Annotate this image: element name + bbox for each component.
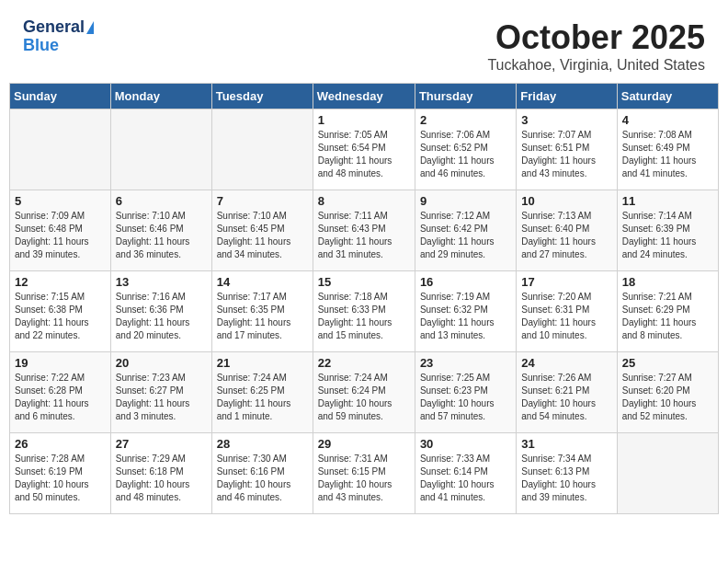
day-info: Sunrise: 7:06 AM Sunset: 6:52 PM Dayligh… bbox=[420, 129, 511, 180]
day-number: 18 bbox=[622, 275, 713, 289]
calendar-day-cell: 7Sunrise: 7:10 AM Sunset: 6:45 PM Daylig… bbox=[211, 190, 313, 271]
day-number: 30 bbox=[420, 437, 511, 451]
calendar-day-cell: 3Sunrise: 7:07 AM Sunset: 6:51 PM Daylig… bbox=[517, 109, 617, 190]
title-block: October 2025 Tuckahoe, Virginia, United … bbox=[487, 18, 705, 74]
calendar-day-cell: 8Sunrise: 7:11 AM Sunset: 6:43 PM Daylig… bbox=[313, 190, 415, 271]
day-number: 16 bbox=[420, 275, 511, 289]
calendar-day-cell bbox=[10, 109, 111, 190]
calendar-day-cell: 4Sunrise: 7:08 AM Sunset: 6:49 PM Daylig… bbox=[617, 109, 718, 190]
calendar-day-cell: 16Sunrise: 7:19 AM Sunset: 6:32 PM Dayli… bbox=[415, 271, 516, 352]
day-number: 25 bbox=[622, 356, 713, 370]
day-number: 6 bbox=[116, 194, 207, 208]
day-info: Sunrise: 7:13 AM Sunset: 6:40 PM Dayligh… bbox=[521, 210, 611, 261]
calendar-day-cell: 18Sunrise: 7:21 AM Sunset: 6:29 PM Dayli… bbox=[617, 271, 718, 352]
calendar-day-cell: 21Sunrise: 7:24 AM Sunset: 6:25 PM Dayli… bbox=[211, 352, 313, 433]
day-info: Sunrise: 7:08 AM Sunset: 6:49 PM Dayligh… bbox=[622, 129, 713, 180]
location-text: Tuckahoe, Virginia, United States bbox=[487, 57, 705, 74]
day-info: Sunrise: 7:28 AM Sunset: 6:19 PM Dayligh… bbox=[15, 453, 106, 504]
calendar-day-cell: 28Sunrise: 7:30 AM Sunset: 6:16 PM Dayli… bbox=[211, 433, 313, 514]
day-number: 14 bbox=[217, 275, 308, 289]
logo-blue-text: Blue bbox=[23, 37, 94, 55]
logo-icon bbox=[86, 21, 94, 34]
day-info: Sunrise: 7:24 AM Sunset: 6:25 PM Dayligh… bbox=[217, 372, 308, 423]
day-number: 5 bbox=[15, 194, 106, 208]
calendar-day-cell: 13Sunrise: 7:16 AM Sunset: 6:36 PM Dayli… bbox=[110, 271, 211, 352]
calendar-week-row: 1Sunrise: 7:05 AM Sunset: 6:54 PM Daylig… bbox=[10, 109, 719, 190]
day-number: 17 bbox=[521, 275, 611, 289]
calendar-day-cell: 27Sunrise: 7:29 AM Sunset: 6:18 PM Dayli… bbox=[110, 433, 211, 514]
day-info: Sunrise: 7:11 AM Sunset: 6:43 PM Dayligh… bbox=[318, 210, 410, 261]
day-info: Sunrise: 7:25 AM Sunset: 6:23 PM Dayligh… bbox=[420, 372, 511, 423]
day-number: 21 bbox=[217, 356, 308, 370]
day-info: Sunrise: 7:05 AM Sunset: 6:54 PM Dayligh… bbox=[318, 129, 410, 180]
day-number: 1 bbox=[318, 113, 410, 127]
day-info: Sunrise: 7:16 AM Sunset: 6:36 PM Dayligh… bbox=[116, 291, 207, 342]
day-number: 12 bbox=[15, 275, 106, 289]
weekday-header-saturday: Saturday bbox=[617, 84, 718, 109]
day-info: Sunrise: 7:19 AM Sunset: 6:32 PM Dayligh… bbox=[420, 291, 511, 342]
day-number: 26 bbox=[15, 437, 106, 451]
day-info: Sunrise: 7:30 AM Sunset: 6:16 PM Dayligh… bbox=[217, 453, 308, 504]
day-info: Sunrise: 7:23 AM Sunset: 6:27 PM Dayligh… bbox=[116, 372, 207, 423]
calendar-day-cell: 9Sunrise: 7:12 AM Sunset: 6:42 PM Daylig… bbox=[415, 190, 516, 271]
calendar-day-cell: 26Sunrise: 7:28 AM Sunset: 6:19 PM Dayli… bbox=[10, 433, 111, 514]
weekday-header-sunday: Sunday bbox=[10, 84, 111, 109]
calendar-day-cell: 5Sunrise: 7:09 AM Sunset: 6:48 PM Daylig… bbox=[10, 190, 111, 271]
calendar-day-cell: 14Sunrise: 7:17 AM Sunset: 6:35 PM Dayli… bbox=[211, 271, 313, 352]
day-number: 2 bbox=[420, 113, 511, 127]
day-info: Sunrise: 7:20 AM Sunset: 6:31 PM Dayligh… bbox=[521, 291, 611, 342]
calendar-day-cell: 24Sunrise: 7:26 AM Sunset: 6:21 PM Dayli… bbox=[517, 352, 617, 433]
day-info: Sunrise: 7:29 AM Sunset: 6:18 PM Dayligh… bbox=[116, 453, 207, 504]
day-number: 28 bbox=[217, 437, 308, 451]
calendar-day-cell: 1Sunrise: 7:05 AM Sunset: 6:54 PM Daylig… bbox=[313, 109, 415, 190]
day-info: Sunrise: 7:33 AM Sunset: 6:14 PM Dayligh… bbox=[420, 453, 511, 504]
day-number: 4 bbox=[622, 113, 713, 127]
calendar-week-row: 5Sunrise: 7:09 AM Sunset: 6:48 PM Daylig… bbox=[10, 190, 719, 271]
calendar-table: SundayMondayTuesdayWednesdayThursdayFrid… bbox=[9, 83, 719, 514]
day-number: 10 bbox=[521, 194, 611, 208]
calendar-week-row: 26Sunrise: 7:28 AM Sunset: 6:19 PM Dayli… bbox=[10, 433, 719, 514]
day-number: 8 bbox=[318, 194, 410, 208]
calendar-day-cell: 10Sunrise: 7:13 AM Sunset: 6:40 PM Dayli… bbox=[517, 190, 617, 271]
calendar-day-cell bbox=[110, 109, 211, 190]
day-number: 23 bbox=[420, 356, 511, 370]
day-info: Sunrise: 7:07 AM Sunset: 6:51 PM Dayligh… bbox=[521, 129, 611, 180]
weekday-header-wednesday: Wednesday bbox=[313, 84, 415, 109]
day-info: Sunrise: 7:21 AM Sunset: 6:29 PM Dayligh… bbox=[622, 291, 713, 342]
day-number: 3 bbox=[521, 113, 611, 127]
calendar-day-cell: 19Sunrise: 7:22 AM Sunset: 6:28 PM Dayli… bbox=[10, 352, 111, 433]
calendar-day-cell: 31Sunrise: 7:34 AM Sunset: 6:13 PM Dayli… bbox=[517, 433, 617, 514]
day-info: Sunrise: 7:34 AM Sunset: 6:13 PM Dayligh… bbox=[521, 453, 611, 504]
weekday-header-tuesday: Tuesday bbox=[211, 84, 313, 109]
day-info: Sunrise: 7:12 AM Sunset: 6:42 PM Dayligh… bbox=[420, 210, 511, 261]
calendar-day-cell bbox=[617, 433, 718, 514]
logo-general-text: General bbox=[23, 18, 85, 37]
day-info: Sunrise: 7:27 AM Sunset: 6:20 PM Dayligh… bbox=[622, 372, 713, 423]
calendar-header-row: SundayMondayTuesdayWednesdayThursdayFrid… bbox=[10, 84, 719, 109]
day-number: 19 bbox=[15, 356, 106, 370]
calendar-day-cell: 30Sunrise: 7:33 AM Sunset: 6:14 PM Dayli… bbox=[415, 433, 516, 514]
day-number: 24 bbox=[521, 356, 611, 370]
calendar-day-cell: 20Sunrise: 7:23 AM Sunset: 6:27 PM Dayli… bbox=[110, 352, 211, 433]
day-number: 7 bbox=[217, 194, 308, 208]
day-number: 22 bbox=[318, 356, 410, 370]
calendar-day-cell: 17Sunrise: 7:20 AM Sunset: 6:31 PM Dayli… bbox=[517, 271, 617, 352]
day-info: Sunrise: 7:10 AM Sunset: 6:45 PM Dayligh… bbox=[217, 210, 308, 261]
day-info: Sunrise: 7:17 AM Sunset: 6:35 PM Dayligh… bbox=[217, 291, 308, 342]
calendar-week-row: 12Sunrise: 7:15 AM Sunset: 6:38 PM Dayli… bbox=[10, 271, 719, 352]
calendar-day-cell: 23Sunrise: 7:25 AM Sunset: 6:23 PM Dayli… bbox=[415, 352, 516, 433]
calendar-day-cell: 2Sunrise: 7:06 AM Sunset: 6:52 PM Daylig… bbox=[415, 109, 516, 190]
calendar-day-cell: 22Sunrise: 7:24 AM Sunset: 6:24 PM Dayli… bbox=[313, 352, 415, 433]
calendar-day-cell: 25Sunrise: 7:27 AM Sunset: 6:20 PM Dayli… bbox=[617, 352, 718, 433]
day-number: 27 bbox=[116, 437, 207, 451]
calendar-day-cell: 12Sunrise: 7:15 AM Sunset: 6:38 PM Dayli… bbox=[10, 271, 111, 352]
day-info: Sunrise: 7:22 AM Sunset: 6:28 PM Dayligh… bbox=[15, 372, 106, 423]
day-number: 9 bbox=[420, 194, 511, 208]
day-number: 31 bbox=[521, 437, 611, 451]
calendar-day-cell: 15Sunrise: 7:18 AM Sunset: 6:33 PM Dayli… bbox=[313, 271, 415, 352]
day-number: 29 bbox=[318, 437, 410, 451]
day-info: Sunrise: 7:14 AM Sunset: 6:39 PM Dayligh… bbox=[622, 210, 713, 261]
day-info: Sunrise: 7:09 AM Sunset: 6:48 PM Dayligh… bbox=[15, 210, 106, 261]
logo: General Blue bbox=[23, 18, 94, 55]
page-header: General Blue October 2025 Tuckahoe, Virg… bbox=[9, 9, 719, 78]
